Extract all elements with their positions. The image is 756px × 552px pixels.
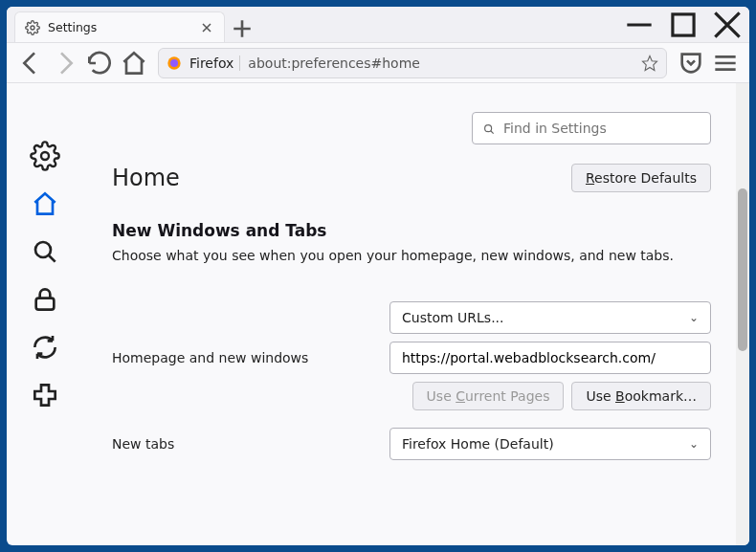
chevron-down-icon: ⌄ <box>689 437 699 451</box>
content-area: Home Restore Defaults New Windows and Ta… <box>7 83 749 545</box>
use-bookmark-button[interactable]: Use Bookmark… <box>571 382 711 410</box>
svg-rect-1 <box>673 13 694 34</box>
homepage-url-row: Homepage and new windows <box>112 342 711 374</box>
bookmark-star-icon[interactable] <box>641 55 658 72</box>
minimize-button[interactable] <box>617 7 661 43</box>
maximize-button[interactable] <box>661 7 705 43</box>
back-button[interactable] <box>14 48 47 78</box>
pocket-button[interactable] <box>675 48 707 78</box>
sidebar-item-home[interactable] <box>30 188 60 219</box>
address-bar[interactable]: Firefox about:preferences#home <box>158 48 667 78</box>
newtabs-select[interactable]: Firefox Home (Default) ⌄ <box>389 428 711 460</box>
tab-title: Settings <box>48 20 191 34</box>
settings-sidebar <box>7 83 83 545</box>
settings-search[interactable] <box>472 112 711 144</box>
sidebar-item-privacy[interactable] <box>30 284 60 315</box>
homepage-row: Custom URLs... ⌄ <box>112 301 711 334</box>
section-title: New Windows and Tabs <box>112 221 711 240</box>
addr-url: about:preferences#home <box>248 55 634 71</box>
gear-icon <box>25 20 40 35</box>
window-controls <box>617 7 749 43</box>
homepage-select[interactable]: Custom URLs... ⌄ <box>389 301 711 334</box>
scrollbar[interactable] <box>736 83 749 545</box>
homepage-windows-label: Homepage and new windows <box>112 350 389 365</box>
sidebar-item-general[interactable] <box>30 141 60 171</box>
close-tab-icon[interactable] <box>199 20 214 35</box>
section-desc: Choose what you see when you open your h… <box>112 248 711 263</box>
browser-window: Settings Firefox about:preferences#hom <box>7 7 749 545</box>
svg-point-3 <box>170 59 178 67</box>
svg-rect-6 <box>36 298 55 310</box>
restore-defaults-button[interactable]: Restore Defaults <box>571 164 711 192</box>
page-title: Home <box>112 165 180 191</box>
close-window-button[interactable] <box>705 7 749 43</box>
firefox-icon <box>167 55 182 71</box>
sidebar-item-extensions[interactable] <box>30 380 60 410</box>
sidebar-item-search[interactable] <box>30 236 60 267</box>
heading-row: Home Restore Defaults <box>112 164 711 192</box>
settings-main: Home Restore Defaults New Windows and Ta… <box>83 83 749 545</box>
settings-search-wrap <box>112 112 711 144</box>
use-current-pages-button[interactable]: Use Current Pages <box>412 382 565 410</box>
newtabs-select-value: Firefox Home (Default) <box>402 436 554 452</box>
newtabs-label: New tabs <box>112 436 389 452</box>
home-button[interactable] <box>118 48 150 78</box>
tab-strip: Settings <box>7 7 617 42</box>
forward-button[interactable] <box>49 48 81 78</box>
newtabs-row: New tabs Firefox Home (Default) ⌄ <box>112 428 711 460</box>
chevron-down-icon: ⌄ <box>689 311 699 324</box>
tab-settings[interactable]: Settings <box>14 11 225 42</box>
reload-button[interactable] <box>83 48 116 78</box>
svg-point-5 <box>35 242 51 257</box>
svg-point-7 <box>485 125 492 132</box>
titlebar: Settings <box>7 7 749 43</box>
new-tab-button[interactable] <box>229 15 256 42</box>
nav-toolbar: Firefox about:preferences#home <box>7 43 749 83</box>
svg-point-4 <box>41 152 49 160</box>
addr-prefix: Firefox <box>189 55 240 71</box>
homepage-url-input[interactable] <box>389 342 711 374</box>
homepage-select-value: Custom URLs... <box>402 310 504 325</box>
settings-search-input[interactable] <box>503 121 700 136</box>
scroll-thumb[interactable] <box>738 188 747 351</box>
sidebar-item-sync[interactable] <box>30 332 60 363</box>
menu-button[interactable] <box>709 48 742 78</box>
svg-point-0 <box>31 26 34 30</box>
search-icon <box>482 121 496 135</box>
homepage-buttons: Use Current Pages Use Bookmark… <box>389 382 711 410</box>
